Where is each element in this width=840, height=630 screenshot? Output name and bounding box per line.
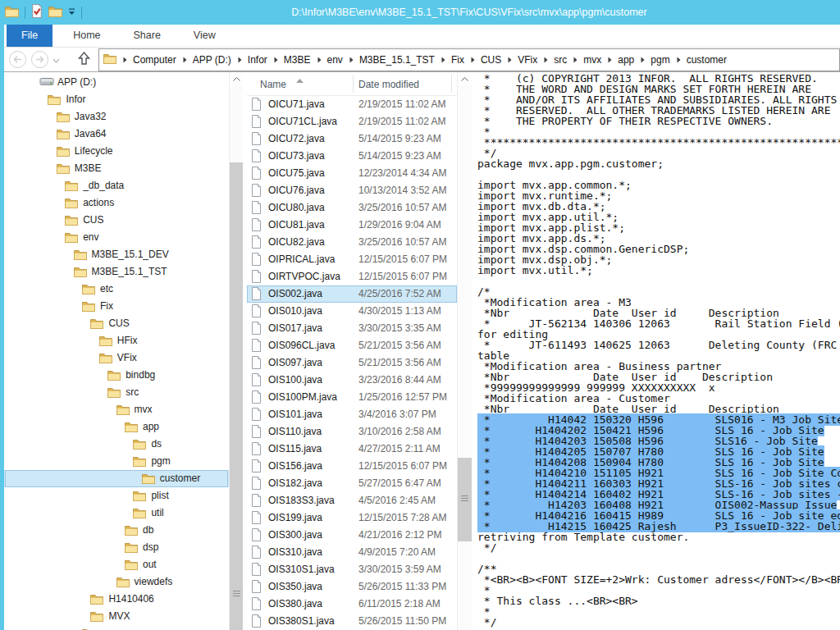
- tree-item-plist[interactable]: plist: [4, 487, 229, 504]
- file-row[interactable]: OIS110.java3/10/2016 2:58 AM: [247, 423, 457, 441]
- file-row[interactable]: OICU75.java12/23/2014 4:34 AM: [247, 165, 457, 182]
- breadcrumb-item[interactable]: Computer: [116, 54, 176, 66]
- file-row[interactable]: OIS156.java12/15/2015 6:07 PM: [247, 458, 457, 475]
- file-row[interactable]: OIS100.java3/23/2016 8:44 AM: [247, 372, 457, 389]
- breadcrumb-item[interactable]: pgm: [634, 54, 669, 66]
- file-row[interactable]: OICU73.java5/14/2015 9:23 AM: [247, 148, 457, 165]
- file-row[interactable]: OICU76.java10/13/2014 3:52 AM: [247, 182, 457, 199]
- file-row[interactable]: OIS097.java5/21/2015 3:56 AM: [247, 354, 457, 372]
- file-scrollbar-thumb[interactable]: [458, 458, 472, 541]
- breadcrumb-item[interactable]: Fix: [435, 54, 464, 66]
- tree-item[interactable]: [4, 625, 229, 630]
- sort-ascending-icon[interactable]: [296, 74, 304, 85]
- breadcrumb-item[interactable]: VFix: [501, 54, 537, 66]
- file-row[interactable]: OICU71.java2/19/2015 11:02 AM: [247, 96, 457, 113]
- breadcrumb-item[interactable]: Infor: [231, 54, 267, 66]
- tree-item-out[interactable]: out: [4, 556, 229, 573]
- file-row[interactable]: OIPRICAL.java12/15/2015 6:07 PM: [247, 251, 457, 268]
- file-row[interactable]: OIS300.java4/21/2016 2:12 PM: [247, 527, 457, 544]
- file-row[interactable]: OIRTVPOC.java12/15/2015 6:07 PM: [247, 268, 457, 285]
- breadcrumb-item[interactable]: env: [311, 54, 343, 66]
- file-row[interactable]: OICU72.java5/14/2015 9:23 AM: [247, 130, 457, 148]
- tree-item-Java64[interactable]: Java64: [4, 126, 229, 143]
- tab-view[interactable]: View: [181, 25, 228, 47]
- file-row[interactable]: OIS310.java4/9/2015 7:20 AM: [247, 544, 457, 561]
- file-row[interactable]: OIS101.java3/4/2016 3:07 PM: [247, 406, 457, 423]
- address-bar[interactable]: ComputerAPP (D:)InforM3BEenvM3BE_15.1_TS…: [98, 48, 840, 71]
- scroll-up-icon[interactable]: [458, 72, 472, 86]
- tree-item-bindbg[interactable]: bindbg: [4, 367, 229, 384]
- file-row[interactable]: OIS380.java6/11/2015 2:18 AM: [247, 596, 457, 613]
- tree-item-actions[interactable]: actions: [4, 194, 229, 212]
- file-row[interactable]: OIS002.java4/25/2016 7:52 AM: [247, 285, 457, 303]
- up-button[interactable]: [78, 52, 90, 67]
- tree-item-mvx[interactable]: mvx: [4, 401, 229, 418]
- recent-locations-icon[interactable]: [52, 54, 60, 66]
- file-row[interactable]: OIS100PM.java1/25/2016 12:57 PM: [247, 389, 457, 406]
- breadcrumb-item[interactable]: M3BE: [267, 54, 311, 66]
- scroll-up-icon[interactable]: [230, 72, 243, 86]
- tree-item-customer[interactable]: customer: [4, 470, 229, 487]
- file-row[interactable]: OICU82.java3/25/2016 10:57 AM: [247, 234, 457, 251]
- file-row[interactable]: OICU71CL.java2/19/2015 11:02 AM: [247, 113, 457, 130]
- tree-item-src[interactable]: src: [4, 384, 229, 401]
- tree-item-etc[interactable]: etc: [4, 281, 229, 298]
- tree-item-CUS[interactable]: CUS: [4, 212, 229, 229]
- file-date-modified: 6/11/2015 2:18 AM: [358, 596, 441, 613]
- column-separator[interactable]: [451, 75, 452, 93]
- tree-item-M3BE[interactable]: M3BE: [4, 160, 229, 177]
- tree-scrollbar-thumb[interactable]: [230, 162, 243, 630]
- tree-item-HFix[interactable]: HFix: [4, 332, 229, 349]
- file-row[interactable]: OIS183S3.java4/5/2016 2:45 AM: [247, 492, 457, 509]
- file-row[interactable]: OIS380S1.java5/26/2015 11:50 PM: [247, 613, 457, 630]
- tree-item-VFix[interactable]: VFix: [4, 349, 229, 367]
- tree-item-Lifecycle[interactable]: Lifecycle: [4, 143, 229, 160]
- breadcrumb-item[interactable]: customer: [670, 54, 727, 66]
- breadcrumb-item[interactable]: src: [537, 54, 567, 66]
- file-row[interactable]: OIS199.java12/15/2015 7:28 AM: [247, 509, 457, 527]
- breadcrumb-item[interactable]: APP (D:): [176, 54, 231, 66]
- file-list-scrollbar[interactable]: [457, 72, 472, 630]
- tree-item-dsp[interactable]: dsp: [4, 539, 229, 556]
- column-separator[interactable]: [353, 75, 354, 93]
- tree-item-APP (D:)[interactable]: APP (D:): [4, 74, 229, 91]
- breadcrumb-item[interactable]: CUS: [464, 54, 501, 66]
- tree-item-M3BE_15.1_DEV[interactable]: M3BE_15.1_DEV: [4, 246, 229, 263]
- file-row[interactable]: OIS115.java4/27/2015 2:11 AM: [247, 441, 457, 458]
- file-row[interactable]: OICU81.java1/29/2016 9:04 AM: [247, 217, 457, 234]
- tree-item-app[interactable]: app: [4, 418, 229, 436]
- tree-item-Fix[interactable]: Fix: [4, 298, 229, 315]
- file-row[interactable]: OICU80.java3/25/2016 10:57 AM: [247, 199, 457, 217]
- file-row[interactable]: OIS017.java3/30/2015 3:35 AM: [247, 320, 457, 337]
- tree-item-_db_data[interactable]: _db_data: [4, 177, 229, 194]
- file-row[interactable]: OIS096CL.java5/21/2015 3:56 AM: [247, 337, 457, 354]
- tree-item-ds[interactable]: ds: [4, 436, 229, 453]
- file-row[interactable]: OIS310S1.java3/30/2015 3:59 AM: [247, 561, 457, 578]
- tree-item-viewdefs[interactable]: viewdefs: [4, 573, 229, 591]
- tree-item-M3BE_15.1_TST[interactable]: M3BE_15.1_TST: [4, 263, 229, 281]
- tree-item-pgm[interactable]: pgm: [4, 453, 229, 470]
- tab-home[interactable]: Home: [61, 25, 112, 47]
- forward-button[interactable]: [31, 51, 48, 68]
- breadcrumb-item[interactable]: M3BE_15.1_TST: [343, 54, 435, 66]
- tree-item-env[interactable]: env: [4, 229, 229, 246]
- tree-scrollbar[interactable]: [229, 72, 243, 630]
- preview-pane[interactable]: * (c) COPYRIGHT 2013 INFOR. ALL RIGHTS R…: [475, 72, 840, 630]
- column-header-name[interactable]: Name: [260, 72, 286, 94]
- file-row[interactable]: OIS182.java5/27/2015 6:47 AM: [247, 475, 457, 492]
- tree-item-H1410406[interactable]: H1410406: [4, 591, 229, 608]
- tree-item-CUS[interactable]: CUS: [4, 315, 229, 332]
- back-button[interactable]: [9, 51, 26, 68]
- tab-share[interactable]: Share: [121, 25, 173, 47]
- breadcrumb-item[interactable]: mvx: [567, 54, 601, 66]
- file-row[interactable]: OIS010.java4/30/2015 1:13 AM: [247, 303, 457, 320]
- tab-file[interactable]: File: [7, 25, 52, 47]
- tree-item-db[interactable]: db: [4, 522, 229, 539]
- tree-item-MVX[interactable]: MVX: [4, 608, 229, 625]
- breadcrumb-item[interactable]: app: [601, 54, 634, 66]
- tree-item-Java32[interactable]: Java32: [4, 108, 229, 126]
- column-header-date-modified[interactable]: Date modified: [358, 72, 419, 94]
- tree-item-util[interactable]: util: [4, 504, 229, 522]
- file-row[interactable]: OIS350.java5/26/2015 11:33 PM: [247, 578, 457, 596]
- tree-item-Infor[interactable]: Infor: [4, 91, 229, 108]
